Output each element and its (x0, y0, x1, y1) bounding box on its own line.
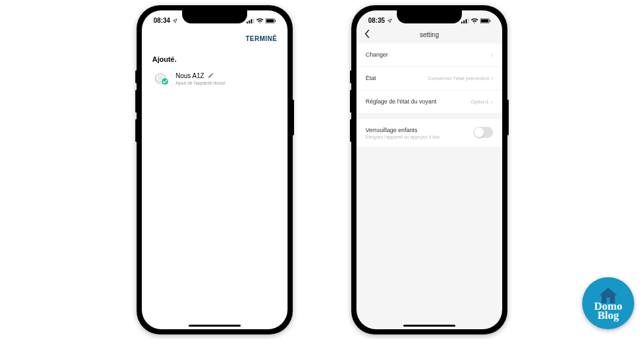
device-name: Nous A1Z (176, 72, 204, 79)
svg-rect-17 (490, 20, 490, 21)
child-lock-toggle[interactable] (474, 127, 493, 138)
volume-down (350, 119, 352, 142)
status-time: 08:35 (368, 17, 385, 24)
location-icon (387, 18, 392, 23)
screen-left: 08:34 TERMINÉ Ajouté. (142, 10, 288, 329)
volume-down (135, 119, 137, 142)
svg-rect-11 (461, 21, 463, 23)
side-button (507, 100, 509, 135)
svg-rect-14 (468, 18, 469, 23)
phone-right: 08:35 setting (351, 5, 507, 334)
svg-rect-5 (266, 19, 274, 22)
home-indicator[interactable] (189, 325, 241, 327)
battery-icon (265, 18, 276, 23)
domoblog-logo: Domo Blog (582, 277, 634, 329)
svg-rect-3 (253, 18, 254, 23)
nav-title: setting (420, 31, 438, 38)
svg-rect-16 (481, 19, 489, 22)
chevron-right-icon: › (491, 75, 493, 82)
setting-label: État (366, 75, 376, 81)
notch (182, 10, 247, 23)
setting-changer[interactable]: Changer › (356, 44, 502, 67)
setting-label: Verrouillage enfants (366, 127, 440, 133)
signal-icon (247, 18, 254, 23)
setting-child-lock[interactable]: Verrouillage enfants Éteignez l'appareil… (356, 119, 502, 148)
volume-up (135, 90, 137, 113)
svg-rect-0 (247, 21, 248, 23)
setting-value: Conserver l'état précédent (428, 75, 489, 81)
svg-rect-12 (463, 20, 464, 23)
svg-rect-18 (606, 297, 610, 303)
section-title: Ajouté. (142, 49, 288, 67)
done-button[interactable]: TERMINÉ (246, 35, 278, 42)
svg-rect-13 (466, 19, 467, 23)
volume-up (350, 90, 352, 113)
device-subtitle: Ajout de l'appareil réussi (176, 81, 277, 85)
svg-rect-1 (248, 20, 250, 23)
device-info: Nous A1Z Ajout de l'appareil réussi (176, 72, 277, 85)
back-button[interactable] (364, 29, 370, 40)
svg-rect-2 (251, 19, 252, 23)
settings-group-1: Changer › État Conserver l'état précéden… (356, 44, 502, 114)
location-icon (172, 18, 178, 23)
setting-label: Réglage de l'état du voyant (366, 98, 436, 105)
edit-icon[interactable] (208, 72, 214, 79)
svg-point-9 (157, 75, 163, 80)
setting-etat[interactable]: État Conserver l'état précédent › (356, 67, 502, 90)
signal-icon (461, 18, 469, 23)
device-row[interactable]: Nous A1Z Ajout de l'appareil réussi (142, 67, 288, 90)
setting-value: Option1 (471, 99, 489, 105)
phone-left: 08:34 TERMINÉ Ajouté. (137, 5, 293, 334)
settings-group-2: Verrouillage enfants Éteignez l'appareil… (356, 119, 502, 148)
house-icon (597, 286, 619, 305)
status-time: 08:34 (154, 17, 170, 24)
device-icon (152, 70, 170, 88)
toggle-knob (474, 128, 484, 137)
chevron-right-icon: › (491, 98, 493, 105)
home-indicator[interactable] (403, 325, 455, 327)
wifi-icon (256, 18, 263, 23)
notch (397, 10, 462, 23)
setting-label: Changer (366, 51, 388, 58)
nav-bar: setting (356, 29, 502, 44)
header-row: TERMINÉ (142, 29, 288, 49)
setting-voyant[interactable]: Réglage de l'état du voyant Option1 › (356, 90, 502, 114)
mute-switch (350, 70, 352, 83)
screen-right: 08:35 setting (356, 10, 502, 329)
battery-icon (480, 18, 490, 23)
svg-rect-6 (275, 20, 276, 21)
mute-switch (135, 70, 137, 83)
side-button (292, 100, 294, 135)
wifi-icon (471, 18, 478, 23)
chevron-right-icon: › (491, 51, 493, 59)
setting-hint: Éteignez l'appareil ou appuyez 4 fois (366, 135, 440, 139)
